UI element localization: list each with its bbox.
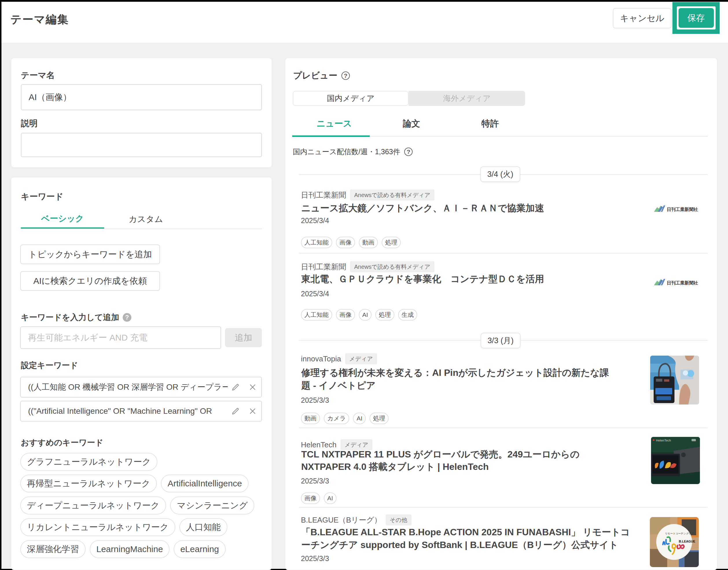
svg-text:日刊工業新聞社: 日刊工業新聞社	[667, 207, 698, 212]
svg-text:日刊工業新聞社: 日刊工業新聞社	[667, 280, 698, 285]
svg-text:HelenTech: HelenTech	[656, 439, 671, 442]
svg-text:B.LEAGUE: B.LEAGUE	[679, 540, 695, 543]
svg-text:リモートコーチングチア: リモートコーチングチア	[665, 532, 694, 535]
